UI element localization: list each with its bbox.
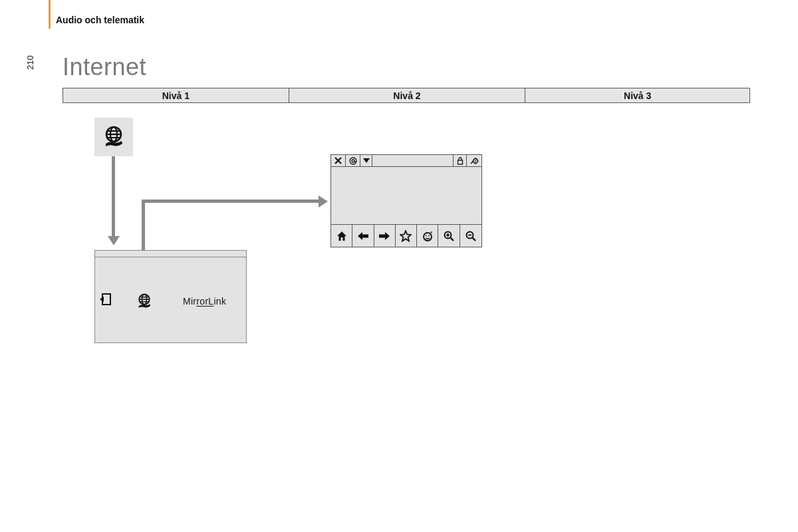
flow-arrow-down — [112, 156, 115, 237]
gear-link-icon — [469, 157, 479, 165]
internet-root-tile[interactable] — [94, 118, 133, 156]
mirrorlink-label[interactable]: MirrorLink — [183, 296, 226, 307]
forward-button[interactable] — [374, 225, 396, 247]
svg-point-28 — [424, 233, 432, 241]
star-icon — [400, 230, 412, 242]
reload-button[interactable] — [417, 225, 438, 247]
svg-marker-26 — [379, 232, 390, 240]
header-accent-bar — [49, 0, 51, 29]
zoom-in-button[interactable] — [438, 225, 460, 247]
at-button[interactable] — [346, 155, 360, 166]
flow-arrow-right — [142, 200, 320, 203]
reload-smiley-icon — [422, 230, 434, 242]
lock-icon — [457, 157, 464, 165]
svg-point-29 — [426, 235, 427, 236]
svg-point-14 — [350, 158, 356, 164]
back-button[interactable] — [352, 225, 374, 247]
level-3-header: Nivå 3 — [525, 88, 750, 103]
section-header: Audio och telematik — [56, 15, 144, 25]
svg-point-19 — [475, 160, 476, 162]
browser-toolbar — [331, 224, 481, 247]
browser-viewport — [331, 167, 481, 224]
svg-line-32 — [451, 237, 454, 241]
exit-to-app-icon[interactable] — [99, 293, 111, 305]
svg-marker-16 — [363, 158, 370, 163]
page-number: 210 — [25, 55, 35, 70]
close-icon — [334, 157, 342, 164]
svg-marker-25 — [358, 232, 368, 240]
url-field[interactable] — [372, 155, 454, 166]
level-2-header: Nivå 2 — [289, 88, 525, 103]
svg-line-36 — [472, 237, 475, 241]
globe-hand-icon — [100, 124, 127, 150]
arrow-left-icon — [357, 231, 369, 241]
connected-services-panel: MirrorLink — [94, 250, 247, 343]
browser-window — [331, 154, 482, 247]
favorite-button[interactable] — [396, 225, 417, 247]
globe-hand-icon[interactable] — [135, 292, 154, 311]
arrow-right-icon — [378, 231, 390, 241]
home-icon — [336, 230, 348, 242]
zoom-out-button[interactable] — [460, 225, 481, 247]
svg-marker-27 — [400, 231, 411, 241]
svg-point-15 — [352, 160, 354, 162]
settings-button[interactable] — [467, 155, 481, 166]
zoom-out-icon — [465, 230, 477, 242]
page-title: Internet — [63, 53, 146, 81]
browser-address-bar — [331, 155, 481, 167]
lock-button[interactable] — [454, 155, 467, 166]
levels-header-row: Nivå 1 Nivå 2 Nivå 3 — [63, 88, 750, 103]
chevron-down-icon — [363, 158, 370, 164]
dropdown-button[interactable] — [360, 155, 372, 166]
zoom-in-icon — [443, 230, 455, 242]
svg-rect-17 — [458, 160, 462, 164]
svg-point-30 — [428, 235, 430, 236]
svg-marker-24 — [337, 231, 346, 241]
panel-titlebar — [95, 251, 246, 257]
home-button[interactable] — [331, 225, 352, 247]
at-icon — [349, 157, 357, 165]
level-1-header: Nivå 1 — [63, 88, 289, 103]
close-button[interactable] — [331, 155, 346, 166]
